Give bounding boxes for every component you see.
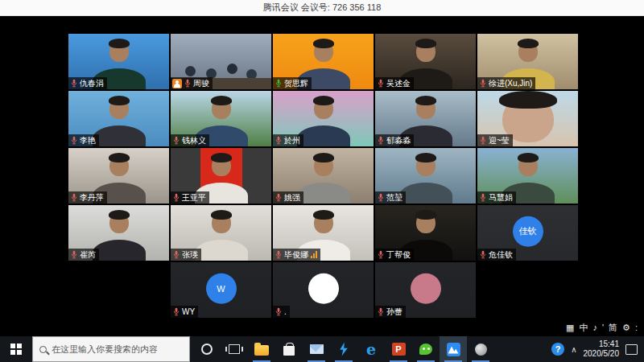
ime-item[interactable]: :: [635, 321, 638, 334]
mic-muted-icon: [479, 193, 487, 202]
participant-label: 迎~莹: [477, 134, 513, 146]
participant-name: 於州: [284, 134, 300, 146]
participant-name: 姚强: [284, 191, 300, 204]
taskbar-edge-icon[interactable]: e: [357, 336, 385, 362]
participant-label: 丁帮俊: [375, 249, 414, 261]
participant-tile[interactable]: 马慧娟: [477, 148, 578, 204]
ime-item[interactable]: ⚙: [622, 321, 630, 334]
participant-tile[interactable]: 周骏: [171, 34, 271, 89]
participant-name: 李艳: [80, 134, 96, 146]
tray-question-icon[interactable]: ?: [551, 343, 564, 356]
participant-tile[interactable]: 仇春涓: [68, 34, 169, 89]
participant-tile[interactable]: 吴述金: [375, 34, 476, 89]
participant-name: 钱林义: [182, 134, 206, 146]
taskbar-wechat-icon[interactable]: [412, 336, 440, 362]
mic-muted-icon: [70, 193, 78, 202]
mail-icon: [310, 344, 324, 354]
ime-item[interactable]: 简: [609, 321, 617, 334]
participant-label: 贺思辉: [273, 77, 312, 89]
powerpoint-icon: P: [392, 343, 406, 356]
participant-tile[interactable]: 郁淼淼: [375, 91, 476, 146]
participant-avatar: [308, 273, 339, 303]
ime-item[interactable]: ♪: [592, 321, 597, 334]
mic-muted-icon: [275, 307, 283, 316]
tray-chevron-icon[interactable]: ∧: [571, 345, 576, 354]
participant-label: 徐进(Xu,Jin): [477, 77, 535, 89]
participant-tile[interactable]: 张瑛: [171, 205, 271, 261]
member-icon: [172, 79, 182, 88]
participant-tile[interactable]: .: [273, 262, 374, 318]
ime-item[interactable]: 中: [579, 321, 588, 334]
taskbar-clock[interactable]: 15:41 2020/5/20: [584, 339, 620, 360]
mic-muted-icon: [70, 79, 78, 88]
participant-tile[interactable]: 范堃: [375, 148, 476, 204]
mic-muted-icon: [172, 193, 180, 202]
store-icon: [283, 346, 295, 356]
participant-name: 孙蕾: [386, 306, 402, 318]
taskbar-powerpoint-icon[interactable]: P: [385, 336, 412, 362]
participant-label: 仇春涓: [68, 77, 107, 89]
window-title-bar: 腾讯会议 会议号: 726 356 118: [0, 0, 644, 16]
mic-muted-icon: [479, 136, 487, 145]
taskbar-task-view-icon[interactable]: [221, 336, 248, 362]
ime-toolbar[interactable]: ▦中♪'简⚙:: [566, 321, 638, 334]
clock-time: 15:41: [584, 339, 620, 350]
action-center-icon[interactable]: [625, 344, 638, 355]
search-icon: [39, 346, 47, 353]
participant-tile[interactable]: 崔芮: [68, 205, 169, 261]
taskbar-store-icon[interactable]: [275, 336, 303, 362]
taskbar-globe-app-icon[interactable]: [467, 336, 494, 362]
signal-bars-icon: [311, 251, 317, 258]
participant-label: 姚强: [273, 191, 303, 204]
participant-name: 徐进(Xu,Jin): [489, 77, 532, 89]
taskbar-mail-icon[interactable]: [303, 336, 330, 362]
search-placeholder: 在这里输入你要搜索的内容: [52, 343, 158, 356]
ime-item[interactable]: ▦: [566, 321, 574, 334]
participant-tile[interactable]: 姚强: [273, 148, 374, 204]
mic-muted-icon: [377, 193, 385, 202]
clock-date: 2020/5/20: [584, 349, 620, 360]
participant-tile[interactable]: 李丹萍: [68, 148, 169, 204]
participant-label: 於州: [273, 134, 303, 146]
participant-tile[interactable]: 孙蕾: [375, 262, 476, 318]
participant-label: 孙蕾: [375, 306, 406, 318]
participant-tile[interactable]: 李艳: [68, 91, 169, 146]
ime-item[interactable]: ': [602, 321, 604, 334]
tencent-meeting-icon: [447, 343, 460, 356]
taskbar-flash-app-icon[interactable]: [330, 336, 357, 362]
system-tray: ? ∧ 15:41 2020/5/20: [551, 336, 644, 362]
participant-label: 钱林义: [171, 134, 209, 146]
participant-tile[interactable]: 於州: [273, 91, 374, 146]
mic-muted-icon: [172, 136, 180, 145]
participant-name: 毕俊娜: [284, 249, 308, 261]
participant-tile[interactable]: 佳钦 危佳钦: [477, 205, 578, 261]
participant-tile[interactable]: 钱林义: [171, 91, 271, 146]
globe-app-icon: [475, 343, 487, 356]
participant-tile[interactable]: 贺思辉: [273, 34, 374, 89]
participant-tile[interactable]: 毕俊娜: [273, 205, 374, 261]
participant-avatar: W: [206, 273, 237, 303]
participant-label: WY: [171, 306, 198, 318]
participant-name: 崔芮: [80, 249, 96, 261]
cortana-icon: [201, 343, 213, 355]
participant-label: 郁淼淼: [375, 134, 414, 146]
participant-label: 王亚平: [171, 191, 209, 204]
taskbar-cortana-icon[interactable]: [193, 336, 221, 362]
participant-label: 马慧娟: [477, 191, 516, 204]
participant-label: 李丹萍: [68, 191, 107, 204]
participant-name: 贺思辉: [284, 77, 308, 89]
taskbar-search[interactable]: 在这里输入你要搜索的内容: [32, 336, 190, 362]
start-button[interactable]: [0, 336, 32, 362]
participant-tile[interactable]: 王亚平: [171, 148, 271, 204]
taskbar-tencent-meeting-icon[interactable]: [440, 336, 467, 362]
participant-name: 仇春涓: [80, 77, 104, 89]
participant-tile[interactable]: W WY: [171, 262, 271, 318]
taskbar-file-explorer-icon[interactable]: [248, 336, 275, 362]
participant-label: 范堃: [375, 191, 406, 204]
participant-tile[interactable]: 丁帮俊: [375, 205, 476, 261]
mic-muted-icon: [184, 79, 192, 88]
mic-muted-icon: [275, 250, 283, 259]
participant-tile[interactable]: 徐进(Xu,Jin): [477, 34, 578, 89]
mic-muted-icon: [377, 307, 385, 316]
participant-tile[interactable]: 迎~莹: [477, 91, 578, 146]
